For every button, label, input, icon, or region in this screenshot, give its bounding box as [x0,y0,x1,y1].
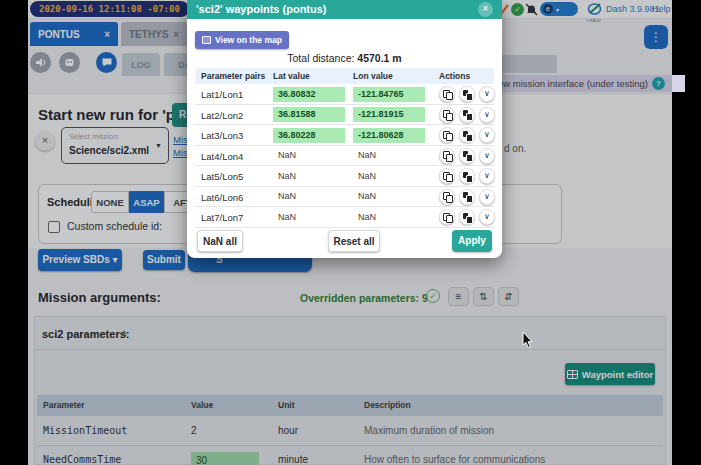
lon-input[interactable]: -121.81915 [353,107,425,122]
paste-icon [463,131,471,140]
paste-icon [463,110,471,119]
pair-label: Lat1/Lon1 [201,89,243,100]
lon-input[interactable]: NaN [353,148,425,163]
waypoints-table: Parameter pairs Lat value Lon value Acti… [195,68,494,228]
map-icon [202,36,211,44]
lon-input[interactable]: NaN [353,189,425,204]
chevron-down-icon: ∨ [484,193,490,201]
total-distance: Total distance: 4570.1 m [187,52,502,64]
paste-button[interactable] [459,209,475,225]
lat-input[interactable]: 36.81588 [273,107,345,122]
copy-button[interactable] [439,168,455,184]
lat-input[interactable]: NaN [273,210,345,225]
chevron-down-button[interactable]: ∨ [479,148,495,164]
copy-icon [443,172,451,181]
copy-button[interactable] [439,189,455,205]
copy-icon [443,131,451,140]
paste-button[interactable] [459,107,475,123]
pair-label: Lat2/Lon2 [201,110,243,121]
chevron-down-icon: ∨ [484,172,490,180]
waypoint-row: Lat6/Lon6NaNNaN∨ [195,187,494,208]
paste-icon [463,172,471,181]
waypoint-row: Lat5/Lon5NaNNaN∨ [195,166,494,187]
paste-button[interactable] [459,189,475,205]
view-on-map-button[interactable]: View on the map [195,31,289,49]
pair-label: Lat5/Lon5 [201,171,243,182]
mouse-cursor [522,331,534,349]
paste-button[interactable] [459,168,475,184]
copy-button[interactable] [439,86,455,102]
chevron-down-icon: ∨ [484,152,490,160]
nan-all-button[interactable]: NaN all [197,230,243,252]
chevron-down-icon: ∨ [484,131,490,139]
chevron-down-button[interactable]: ∨ [479,189,495,205]
lat-input[interactable]: NaN [273,148,345,163]
chevron-down-button[interactable]: ∨ [479,127,495,143]
lon-input[interactable]: -121.84765 [353,87,425,102]
lat-input[interactable]: 36.80832 [273,87,345,102]
waypoint-row: Lat3/Lon336.80228-121.80628∨ [195,125,494,146]
dialog-header: 'sci2' waypoints (pontus) × [187,0,502,19]
pair-label: Lat3/Lon3 [201,130,243,141]
copy-button[interactable] [439,107,455,123]
paste-button[interactable] [459,148,475,164]
paste-icon [463,213,471,222]
chevron-down-button[interactable]: ∨ [479,209,495,225]
waypoints-table-header: Parameter pairs Lat value Lon value Acti… [195,68,494,84]
chevron-down-icon: ∨ [484,111,490,119]
waypoint-row: Lat4/Lon4NaNNaN∨ [195,146,494,167]
pair-label: Lat4/Lon4 [201,151,243,162]
copy-button[interactable] [439,209,455,225]
dialog-title: 'sci2' waypoints (pontus) [196,3,327,15]
chevron-down-icon: ∨ [484,90,490,98]
copy-icon [443,213,451,222]
lon-input[interactable]: NaN [353,210,425,225]
copy-icon [443,90,451,99]
chevron-down-button[interactable]: ∨ [479,107,495,123]
paste-icon [463,151,471,160]
pair-label: Lat7/Lon7 [201,212,243,223]
paste-button[interactable] [459,86,475,102]
waypoint-row: Lat1/Lon136.80832-121.84765∨ [195,84,494,105]
waypoints-dialog: 'sci2' waypoints (pontus) × View on the … [187,0,502,258]
apply-button[interactable]: Apply [452,230,492,252]
pair-label: Lat6/Lon6 [201,192,243,203]
lon-input[interactable]: -121.80628 [353,128,425,143]
waypoint-row: Lat7/Lon7NaNNaN∨ [195,207,494,228]
waypoint-row: Lat2/Lon236.81588-121.81915∨ [195,105,494,126]
paste-icon [463,90,471,99]
paste-button[interactable] [459,127,475,143]
chevron-down-icon: ∨ [484,213,490,221]
paste-icon [463,192,471,201]
copy-icon [443,110,451,119]
copy-button[interactable] [439,127,455,143]
copy-icon [443,192,451,201]
lat-input[interactable]: NaN [273,189,345,204]
lon-input[interactable]: NaN [353,169,425,184]
chevron-down-button[interactable]: ∨ [479,168,495,184]
reset-all-button[interactable]: Reset all [328,230,380,252]
lat-input[interactable]: NaN [273,169,345,184]
copy-icon [443,151,451,160]
copy-button[interactable] [439,148,455,164]
close-button[interactable]: × [478,2,493,17]
chevron-down-button[interactable]: ∨ [479,86,495,102]
lat-input[interactable]: 36.80228 [273,128,345,143]
